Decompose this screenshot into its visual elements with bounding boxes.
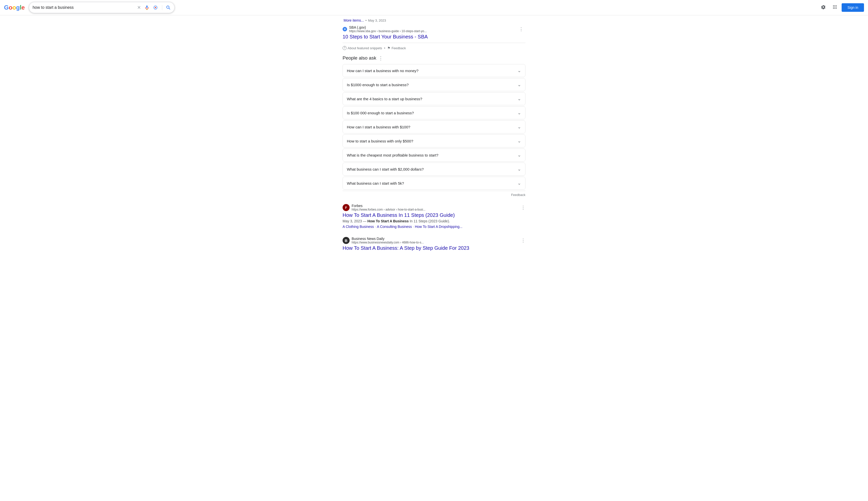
svg-point-17	[344, 29, 345, 30]
paa-question-text-5: How to start a business with only $500?	[347, 139, 413, 143]
forbes-date-em: How To Start A Business	[367, 219, 409, 223]
sign-in-button[interactable]: Sign in	[842, 3, 864, 12]
forbes-link-1[interactable]: A Consulting Business	[377, 225, 412, 228]
paa-question-row-3[interactable]: Is $100 000 enough to start a business? …	[343, 107, 525, 119]
sba-result-title[interactable]: 10 Steps to Start Your Business - SBA	[343, 34, 428, 40]
bnd-source-row: B Business News Daily https://www.busine…	[343, 237, 525, 244]
forbes-source-name: Forbes	[351, 204, 425, 208]
forbes-date-text: May 3, 2023	[343, 219, 362, 223]
paa-item-6: What is the cheapest most profitable bus…	[343, 149, 525, 162]
forbes-result-title[interactable]: How To Start A Business In 11 Steps (202…	[343, 212, 525, 218]
paa-question-row-8[interactable]: What business can I start with 5k? ⌄	[343, 177, 525, 190]
snippet-feedback-label: Feedback	[392, 46, 406, 50]
apps-button[interactable]	[830, 2, 839, 13]
more-items-link[interactable]: More items...	[344, 18, 364, 22]
clear-button[interactable]: ✕	[137, 4, 141, 11]
snippet-feedback-button[interactable]: ⚑ Feedback	[387, 46, 406, 50]
paa-question-row-7[interactable]: What business can I start with $2,000 do…	[343, 163, 525, 175]
paa-question-row-6[interactable]: What is the cheapest most profitable bus…	[343, 149, 525, 161]
paa-item-4: How can I start a business with $100? ⌄	[343, 120, 525, 134]
svg-point-10	[833, 7, 834, 8]
sba-more-options-button[interactable]: ⋮	[517, 25, 525, 33]
bnd-favicon: B	[343, 237, 350, 244]
paa-question-text-6: What is the cheapest most profitable bus…	[347, 153, 438, 157]
chevron-down-icon-1: ⌄	[517, 82, 521, 87]
forbes-source-info: Forbes https://www.forbes.com › advisor …	[351, 204, 425, 211]
chevron-down-icon-0: ⌄	[517, 68, 521, 73]
google-logo: Google	[4, 4, 25, 11]
forbes-date-dash: —	[363, 219, 367, 223]
sba-source-url: https://www.sba.gov › business-guide › 1…	[349, 29, 427, 33]
paa-question-row-0[interactable]: How can I start a business with no money…	[343, 64, 525, 77]
paa-item-1: Is $1000 enough to start a business? ⌄	[343, 78, 525, 91]
chevron-down-icon-5: ⌄	[517, 138, 521, 144]
forbes-source-url: https://www.forbes.com › advisor › how-t…	[351, 208, 425, 211]
lens-button[interactable]	[152, 4, 159, 11]
paa-question-row-5[interactable]: How to start a business with only $500? …	[343, 135, 525, 147]
svg-line-6	[169, 8, 170, 9]
forbes-link-0[interactable]: A Clothing Business	[343, 225, 374, 228]
search-submit-button[interactable]	[166, 5, 171, 10]
forbes-more-options-button[interactable]: ⋮	[521, 205, 525, 210]
paa-question-text-7: What business can I start with $2,000 do…	[347, 167, 424, 171]
settings-button[interactable]	[818, 2, 828, 13]
svg-point-11	[834, 7, 835, 8]
snippet-footer-sep: •	[384, 46, 385, 50]
forbes-link-sep-0: ·	[375, 225, 376, 228]
more-items-separator: •	[366, 19, 367, 22]
paa-question-text-2: What are the 4 basics to a start up busi…	[347, 97, 422, 101]
snippet-footer: ? About featured snippets • ⚑ Feedback	[343, 43, 525, 50]
voice-search-button[interactable]	[144, 4, 150, 11]
paa-question-row-4[interactable]: How can I start a business with $100? ⌄	[343, 120, 525, 133]
forbes-link-2[interactable]: How To Start A Dropshipping...	[415, 225, 463, 228]
chevron-down-icon-7: ⌄	[517, 166, 521, 172]
paa-question-text-0: How can I start a business with no money…	[347, 68, 419, 73]
paa-item-2: What are the 4 basics to a start up busi…	[343, 92, 525, 105]
about-featured-snippets-link[interactable]: ? About featured snippets	[343, 46, 382, 50]
svg-point-9	[836, 5, 837, 6]
gear-icon	[821, 4, 826, 10]
svg-point-8	[834, 5, 835, 6]
svg-point-15	[836, 8, 837, 9]
paa-question-text-4: How can I start a business with $100?	[347, 125, 410, 129]
paa-question-text-8: What business can I start with 5k?	[347, 181, 404, 185]
sba-source-row: SBA (.gov) https://www.sba.gov › busines…	[343, 25, 525, 33]
header-right: Sign in	[818, 2, 864, 13]
sba-source-name: SBA (.gov)	[349, 25, 427, 29]
bnd-more-options-button[interactable]: ⋮	[521, 238, 525, 243]
forbes-favicon: F	[343, 204, 350, 211]
search-input[interactable]	[33, 5, 137, 10]
bnd-source-name: Business News Daily	[351, 237, 424, 241]
paa-question-row-2[interactable]: What are the 4 basics to a start up busi…	[343, 93, 525, 105]
svg-point-12	[836, 7, 837, 8]
bnd-result-title[interactable]: How To Start A Business: A Step by Step …	[343, 245, 525, 251]
chevron-down-icon-6: ⌄	[517, 152, 521, 158]
mic-icon	[144, 5, 150, 10]
paa-feedback-label: Feedback	[511, 193, 525, 197]
header: Google ✕	[0, 0, 868, 15]
sba-result-card: SBA (.gov) https://www.sba.gov › busines…	[343, 25, 525, 50]
paa-header: People also ask ⋮	[343, 55, 525, 61]
chevron-down-icon-3: ⌄	[517, 110, 521, 116]
sba-favicon-icon	[343, 28, 347, 31]
forbes-result: F Forbes https://www.forbes.com › adviso…	[343, 204, 525, 232]
more-items-row: More items... • May 3, 2023	[343, 18, 525, 22]
search-icon-group: ✕	[137, 4, 171, 11]
forbes-source-row: F Forbes https://www.forbes.com › adviso…	[343, 204, 525, 211]
paa-feedback-button[interactable]: Feedback	[343, 191, 525, 199]
divider	[162, 5, 162, 10]
search-icon	[166, 5, 171, 10]
search-bar: ✕	[29, 2, 175, 13]
sba-source-info: SBA (.gov) https://www.sba.gov › busines…	[349, 25, 427, 33]
forbes-link-sep-1: ·	[413, 225, 414, 228]
paa-question-row-1[interactable]: Is $1000 enough to start a business? ⌄	[343, 78, 525, 91]
paa-menu-button[interactable]: ⋮	[378, 55, 383, 61]
chevron-down-icon-8: ⌄	[517, 180, 521, 186]
sba-favicon	[343, 27, 347, 31]
paa-item-0: How can I start a business with no money…	[343, 64, 525, 77]
paa-question-text-3: Is $100 000 enough to start a business?	[347, 111, 414, 115]
question-icon: ?	[343, 46, 347, 50]
chevron-down-icon-4: ⌄	[517, 124, 521, 130]
paa-item-7: What business can I start with $2,000 do…	[343, 162, 525, 175]
svg-point-14	[834, 8, 835, 9]
